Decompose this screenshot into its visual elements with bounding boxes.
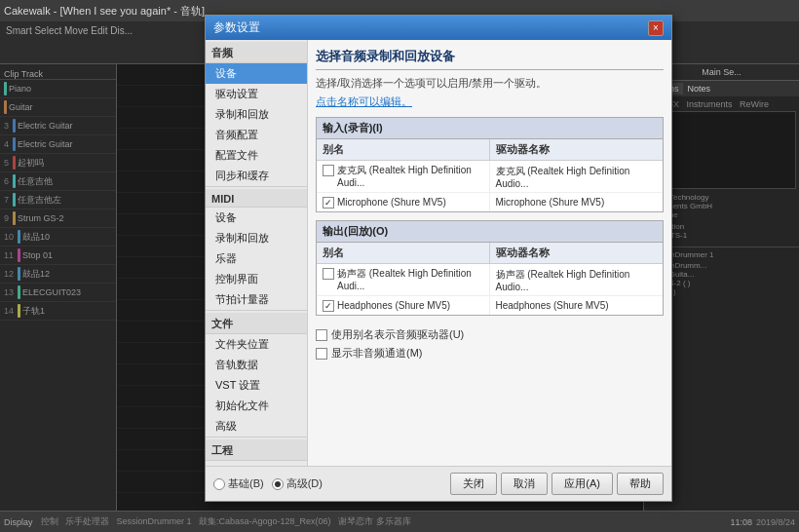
apply-button[interactable]: 应用(A): [552, 473, 613, 495]
output-table-header: 别名 驱动器名称: [317, 243, 663, 264]
dialog-title-bar: 参数设置 ×: [206, 16, 671, 40]
nav-item-instrument[interactable]: 乐器: [206, 248, 307, 269]
nav-item-advanced[interactable]: 高级: [206, 416, 307, 437]
settings-dialog: 参数设置 × 音频 设备 驱动设置 录制和回放 音频配置 配置文件 同步和缓存 …: [205, 15, 672, 502]
toolbar-labels: Smart Select Move Edit Dis...: [6, 25, 133, 36]
daw-title: Cakewalk - [When I see you again* - 音轨]: [4, 4, 205, 19]
cancel-button[interactable]: 取消: [501, 473, 548, 495]
output-device-1-name: 扬声器 (Realtek High Definition Audi...: [337, 267, 483, 292]
output-device-1-checkbox[interactable]: [323, 268, 334, 280]
option-2-checkbox[interactable]: [316, 348, 327, 360]
dialog-body: 音频 设备 驱动设置 录制和回放 音频配置 配置文件 同步和缓存 MIDI 设备…: [206, 40, 671, 466]
option-2-label: 显示非音频通道(M): [331, 346, 423, 361]
output-section: 输出(回放)(O) 别名 驱动器名称 扬声器 (Realtek High Def…: [316, 220, 664, 316]
input-device-1-name-cell: 麦克风 (Realtek High Definition Audi...: [317, 161, 490, 192]
nav-header-file: 文件: [206, 313, 307, 334]
nav-item-record-playback[interactable]: 录制和回放: [206, 104, 307, 125]
nav-header-midi: MIDI: [206, 189, 307, 208]
output-device-2-checkbox[interactable]: [323, 300, 334, 312]
track-12: 鼓品12: [22, 268, 50, 281]
nav-item-driver-settings[interactable]: 驱动设置: [206, 84, 307, 104]
input-device-2-checkbox[interactable]: [323, 197, 334, 209]
input-device-1-checkbox[interactable]: [323, 165, 334, 176]
daw-statusbar: Display 控制 乐手处理器 SessionDrummer 1 鼓集:Cab…: [0, 511, 799, 532]
nav-item-config-file[interactable]: 配置文件: [206, 145, 307, 166]
output-device-1-driver: 扬声器 (Realtek High Definition Audio...: [490, 265, 664, 295]
nav-item-midi-record[interactable]: 录制和回放: [206, 228, 307, 248]
input-device-row-1: 麦克风 (Realtek High Definition Audi... 麦克风…: [317, 161, 663, 193]
nav-item-midi-device[interactable]: 设备: [206, 208, 307, 228]
output-device-row-1: 扬声器 (Realtek High Definition Audi... 扬声器…: [317, 264, 663, 296]
nav-header-project: 工程: [206, 439, 307, 461]
output-device-2-name-cell: Headphones (Shure MV5): [317, 296, 490, 315]
input-device-1-driver: 麦克风 (Realtek High Definition Audio...: [490, 162, 664, 192]
time-display: 11:08: [730, 517, 752, 527]
content-desc1: 选择/取消选择一个选项可以启用/禁用一个驱动。: [316, 76, 664, 91]
input-device-2-name: Microphone (Shure MV5): [337, 196, 446, 209]
radio-basic-btn[interactable]: [213, 478, 225, 490]
nav-item-device[interactable]: 设备: [206, 63, 307, 84]
option-row-1: 使用别名表示音频驱动器(U): [316, 327, 664, 342]
nav-item-metronome[interactable]: 节拍计量器: [206, 289, 307, 310]
track-guitar: Guitar: [9, 102, 33, 112]
input-col-name: 别名: [317, 139, 490, 160]
dialog-right-content: 选择音频录制和回放设备 选择/取消选择一个选项可以启用/禁用一个驱动。 点击名称…: [308, 40, 671, 466]
input-section: 输入(录音)(I) 别名 驱动器名称 麦克风 (Realtek High Def…: [316, 117, 664, 212]
track-electric-guitar-3: Electric Guitar: [18, 121, 73, 131]
nav-header-audio: 音频: [206, 42, 307, 63]
nav-item-track-data[interactable]: 音轨数据: [206, 355, 307, 375]
option-1-checkbox[interactable]: [316, 329, 327, 341]
output-device-2-driver: Headphones (Shure MV5): [490, 297, 664, 314]
help-button[interactable]: 帮助: [617, 473, 664, 495]
output-col-driver: 驱动器名称: [490, 243, 664, 263]
nav-item-vst-settings[interactable]: VST 设置: [206, 375, 307, 396]
output-section-header: 输出(回放)(O): [317, 221, 663, 243]
output-device-1-name-cell: 扬声器 (Realtek High Definition Audi...: [317, 264, 490, 295]
track-6: 任意吉他: [18, 175, 53, 188]
output-col-name: 别名: [317, 243, 490, 263]
input-device-row-2: Microphone (Shure MV5) Microphone (Shure…: [317, 193, 663, 211]
nav-item-init-file[interactable]: 初始化文件: [206, 396, 307, 416]
input-device-1-name: 麦克风 (Realtek High Definition Audi...: [337, 164, 483, 189]
option-1-label: 使用别名表示音频驱动器(U): [331, 327, 464, 342]
nav-item-control-surface[interactable]: 控制界面: [206, 269, 307, 289]
radio-advanced-btn[interactable]: [272, 478, 284, 490]
daw-left-panel: Clip Track Piano Guitar 3 Electric Guita…: [0, 64, 117, 511]
input-table-header: 别名 驱动器名称: [317, 139, 663, 161]
option-row-2: 显示非音频通道(M): [316, 346, 664, 361]
bottom-options: 使用别名表示音频驱动器(U) 显示非音频通道(M): [316, 327, 664, 364]
footer-buttons: 关闭 取消 应用(A) 帮助: [450, 473, 664, 495]
content-title: 选择音频录制和回放设备: [316, 48, 664, 70]
radio-advanced[interactable]: 高级(D): [272, 476, 323, 491]
track-7: 任意吉他左: [18, 194, 61, 207]
radio-basic[interactable]: 基础(B): [213, 476, 264, 491]
track-piano: Piano: [9, 84, 31, 94]
input-device-2-name-cell: Microphone (Shure MV5): [317, 193, 490, 211]
input-section-header: 输入(录音)(I): [317, 118, 663, 139]
track-5: 起初吗: [18, 157, 44, 170]
display-label: Display: [4, 517, 33, 527]
close-button[interactable]: 关闭: [450, 473, 497, 495]
track-10: 鼓品10: [22, 231, 50, 244]
track-electric-guitar-4: Electric Guitar: [18, 139, 73, 149]
dialog-footer: 基础(B) 高级(D) 关闭 取消 应用(A) 帮助: [206, 466, 671, 501]
nav-item-audio-config[interactable]: 音频配置: [206, 125, 307, 145]
track-13: ELECGUIT023: [22, 287, 81, 297]
nav-section-project: 工程 录制 MIDI 节拍器 AudioSnap 时钟 环境声: [206, 439, 307, 466]
content-link[interactable]: 点击名称可以编辑。: [316, 95, 664, 109]
output-device-2-name: Headphones (Shure MV5): [337, 299, 450, 312]
nav-item-sync-buffer[interactable]: 同步和缓存: [206, 166, 307, 186]
clip-label: Clip Track: [4, 69, 43, 79]
nav-section-midi: MIDI 设备 录制和回放 乐器 控制界面 节拍计量器: [206, 189, 307, 311]
input-device-2-driver: Microphone (Shure MV5): [490, 194, 664, 210]
dialog-left-nav: 音频 设备 驱动设置 录制和回放 音频配置 配置文件 同步和缓存 MIDI 设备…: [206, 40, 308, 466]
track-11: Stop 01: [22, 250, 53, 260]
track-14: 子轨1: [22, 305, 45, 318]
nav-item-folder-location[interactable]: 文件夹位置: [206, 334, 307, 355]
dialog-title: 参数设置: [213, 19, 260, 36]
dialog-close-button[interactable]: ×: [648, 20, 664, 36]
date-display: 2019/8/24: [756, 517, 795, 527]
notes-tab[interactable]: Notes: [684, 83, 715, 95]
radio-basic-label: 基础(B): [228, 476, 264, 491]
nav-section-file: 文件 文件夹位置 音轨数据 VST 设置 初始化文件 高级: [206, 313, 307, 437]
